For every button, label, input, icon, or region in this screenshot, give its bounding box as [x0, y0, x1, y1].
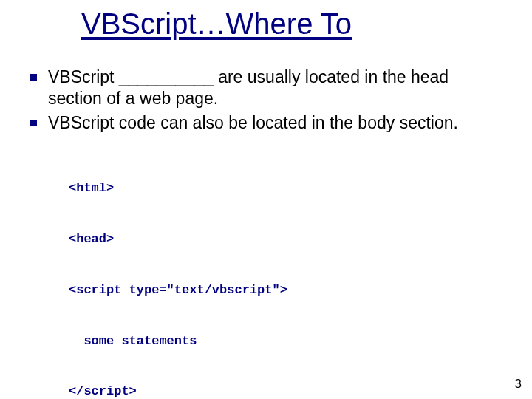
page-number: 3 — [515, 377, 522, 392]
code-block: <html> <head> <script type="text/vbscrip… — [69, 146, 502, 399]
slide-title: VBScript…Where To — [81, 7, 352, 41]
code-line: <script type="text/vbscript"> — [69, 282, 502, 299]
code-line: <html> — [69, 180, 502, 197]
slide: VBScript…Where To VBScript __________ ar… — [0, 0, 532, 399]
code-line: some statements — [69, 333, 502, 350]
bullet-item: VBScript __________ are usually located … — [26, 66, 502, 109]
bullet-item: VBScript code can also be located in the… — [26, 112, 502, 134]
bullet-list: VBScript __________ are usually located … — [26, 66, 502, 133]
code-line: </script> — [69, 383, 502, 399]
slide-body: VBScript __________ are usually located … — [26, 66, 502, 399]
code-line: <head> — [69, 231, 502, 248]
